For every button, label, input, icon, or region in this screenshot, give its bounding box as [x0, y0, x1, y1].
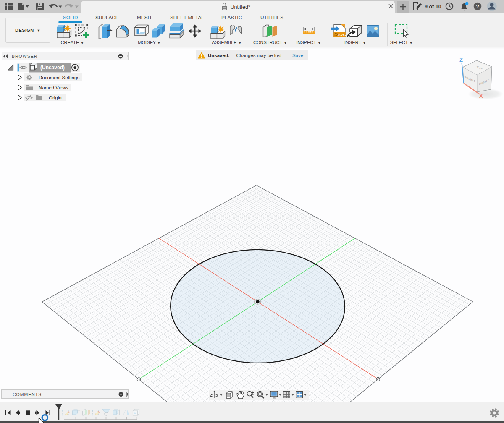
svg-text:Z: Z	[459, 57, 463, 63]
svg-text:Changes may be lost: Changes may be lost	[236, 53, 282, 58]
svg-text:BROWSER: BROWSER	[12, 54, 37, 59]
svg-text:Unsaved:: Unsaved:	[208, 53, 230, 58]
svg-text:COMMENTS: COMMENTS	[13, 392, 42, 397]
svg-text:Untitled*: Untitled*	[231, 4, 250, 10]
svg-text:Save: Save	[292, 53, 303, 58]
svg-text:X: X	[479, 93, 483, 99]
svg-text:Origin: Origin	[49, 95, 62, 100]
svg-text:?: ?	[476, 4, 479, 10]
svg-text:Document Settings: Document Settings	[39, 75, 79, 80]
svg-text:9 of 10: 9 of 10	[425, 4, 441, 10]
svg-text:(Unsaved): (Unsaved)	[40, 65, 65, 70]
svg-text:Named Views: Named Views	[39, 85, 68, 90]
svg-text:SVG: SVG	[338, 33, 346, 37]
